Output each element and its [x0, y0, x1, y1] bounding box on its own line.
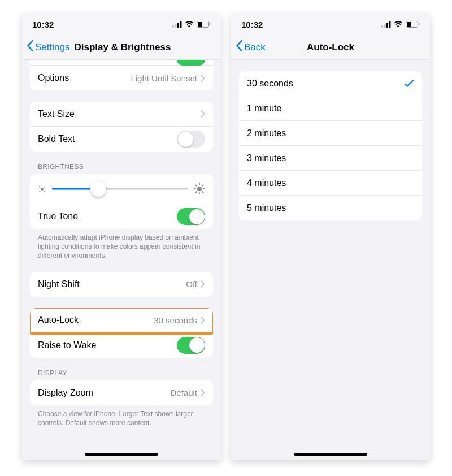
- row-label: Raise to Wake: [38, 340, 177, 350]
- chevron-right-icon: [201, 317, 205, 324]
- row-label: Display Zoom: [38, 388, 170, 398]
- brightness-slider[interactable]: [52, 181, 188, 197]
- svg-rect-5: [198, 22, 202, 27]
- night-shift-row[interactable]: Night Shift Off: [30, 272, 213, 297]
- row-detail: 30 seconds: [154, 315, 197, 325]
- auto-lock-option[interactable]: 30 seconds: [239, 71, 422, 96]
- svg-line-14: [40, 191, 40, 192]
- back-label: Settings: [35, 42, 69, 53]
- auto-lock-row[interactable]: Auto-Lock 30 seconds: [30, 308, 213, 333]
- svg-line-13: [44, 191, 45, 192]
- battery-icon: [406, 21, 420, 28]
- night-shift-group: Night Shift Off: [30, 272, 213, 297]
- bold-text-toggle[interactable]: [177, 131, 205, 148]
- phone-auto-lock: 10:32 Back Auto-Lock: [231, 14, 430, 460]
- text-size-row[interactable]: Text Size: [30, 102, 213, 127]
- appearance-group: Options Light Until Sunset: [30, 60, 213, 90]
- svg-point-7: [41, 188, 44, 191]
- display-zoom-group: DISPLAY Display Zoom Default Choose a vi…: [30, 369, 213, 427]
- page-title: Display & Brightness: [74, 42, 171, 53]
- svg-line-24: [202, 185, 203, 186]
- option-label: 30 seconds: [247, 79, 404, 89]
- svg-rect-30: [407, 22, 411, 27]
- option-label: 1 minute: [247, 103, 414, 114]
- svg-rect-28: [389, 21, 391, 28]
- status-bar: 10:32: [22, 14, 221, 35]
- row-detail: Off: [186, 279, 197, 289]
- svg-line-21: [195, 185, 197, 186]
- group-footer: Choose a view for iPhone. Larger Text sh…: [30, 405, 213, 427]
- row-label: Auto-Lock: [38, 315, 154, 325]
- brightness-group: BRIGHTNESS: [30, 163, 213, 261]
- option-label: 2 minutes: [247, 128, 414, 139]
- home-indicator[interactable]: [294, 453, 367, 456]
- svg-rect-3: [180, 21, 182, 28]
- svg-line-22: [202, 192, 203, 193]
- auto-lock-option[interactable]: 2 minutes: [239, 121, 422, 146]
- home-indicator[interactable]: [85, 453, 158, 456]
- partial-toggle-row: [30, 60, 213, 66]
- display-zoom-row[interactable]: Display Zoom Default: [30, 380, 213, 405]
- chevron-right-icon: [201, 75, 205, 82]
- svg-line-12: [40, 186, 40, 187]
- svg-point-16: [197, 187, 202, 191]
- cellular-icon: [381, 21, 391, 28]
- svg-line-23: [195, 192, 197, 193]
- checkmark-icon: [404, 79, 414, 89]
- svg-line-15: [44, 186, 45, 187]
- automatic-toggle-partial[interactable]: [177, 60, 205, 66]
- back-button[interactable]: Back: [236, 40, 266, 54]
- row-label: Bold Text: [38, 134, 177, 144]
- status-icons: [381, 21, 420, 28]
- row-label: True Tone: [38, 211, 177, 222]
- chevron-right-icon: [201, 280, 205, 288]
- svg-rect-26: [384, 24, 386, 28]
- status-time: 10:32: [32, 20, 54, 29]
- row-label: Text Size: [38, 109, 201, 119]
- auto-lock-option[interactable]: 3 minutes: [239, 146, 422, 171]
- auto-lock-options-group: 30 seconds1 minute2 minutes3 minutes4 mi…: [239, 71, 422, 220]
- option-label: 4 minutes: [247, 178, 414, 188]
- row-detail: Default: [170, 388, 197, 397]
- svg-rect-2: [177, 23, 179, 28]
- auto-lock-option[interactable]: 5 minutes: [239, 196, 422, 220]
- chevron-right-icon: [201, 389, 205, 396]
- battery-icon: [197, 21, 211, 28]
- status-time: 10:32: [241, 20, 263, 29]
- group-footer: Automatically adapt iPhone display based…: [30, 229, 213, 261]
- brightness-slider-row[interactable]: [30, 174, 213, 204]
- option-label: 5 minutes: [247, 203, 414, 213]
- cellular-icon: [172, 21, 182, 28]
- back-label: Back: [244, 42, 266, 53]
- auto-lock-option[interactable]: 4 minutes: [239, 171, 422, 196]
- sun-large-icon: [194, 183, 205, 194]
- sun-small-icon: [38, 185, 46, 193]
- true-tone-toggle[interactable]: [177, 208, 205, 225]
- navbar: Back Auto-Lock: [231, 35, 430, 60]
- svg-rect-31: [419, 23, 420, 25]
- svg-rect-1: [175, 24, 177, 28]
- row-label: Night Shift: [38, 279, 186, 289]
- svg-rect-6: [210, 23, 211, 25]
- navbar: Settings Display & Brightness: [22, 35, 221, 60]
- raise-to-wake-row[interactable]: Raise to Wake: [30, 333, 213, 358]
- back-button[interactable]: Settings: [27, 40, 69, 54]
- options-row[interactable]: Options Light Until Sunset: [30, 66, 213, 90]
- svg-rect-0: [172, 25, 174, 28]
- wifi-icon: [394, 21, 403, 28]
- option-label: 3 minutes: [247, 153, 414, 163]
- chevron-right-icon: [201, 110, 205, 118]
- auto-lock-option[interactable]: 1 minute: [239, 96, 422, 121]
- svg-rect-27: [386, 23, 388, 28]
- group-header: BRIGHTNESS: [30, 163, 213, 174]
- row-label: Options: [38, 73, 131, 83]
- wifi-icon: [185, 21, 194, 28]
- raise-to-wake-toggle[interactable]: [177, 337, 205, 354]
- status-bar: 10:32: [231, 14, 430, 35]
- chevron-left-icon: [236, 40, 243, 54]
- group-header: DISPLAY: [30, 369, 213, 380]
- text-group: Text Size Bold Text: [30, 102, 213, 152]
- svg-rect-25: [381, 25, 383, 28]
- true-tone-row[interactable]: True Tone: [30, 204, 213, 229]
- bold-text-row[interactable]: Bold Text: [30, 127, 213, 152]
